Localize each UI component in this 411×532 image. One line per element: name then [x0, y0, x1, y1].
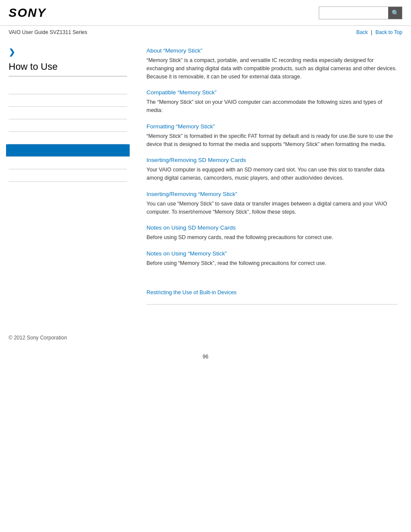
- section-title-inserting-ms[interactable]: Inserting/Removing “Memory Stick”: [146, 191, 398, 197]
- section-title-inserting-sd[interactable]: Inserting/Removing SD Memory Cards: [146, 157, 398, 163]
- section-body-notes-sd: Before using SD memory cards, read the f…: [146, 233, 398, 242]
- guide-title: VAIO User Guide SVZ1311 Series: [9, 29, 87, 35]
- section-body-formatting: “Memory Stick” is formatted in the speci…: [146, 132, 398, 149]
- section-body-notes-ms: Before using “Memory Stick”, read the fo…: [146, 259, 398, 268]
- section-title-formatting[interactable]: Formatting “Memory Stick”: [146, 123, 398, 130]
- copyright: © 2012 Sony Corporation: [9, 335, 67, 341]
- sidebar-item-3[interactable]: [9, 107, 127, 119]
- section-compatible-memory-stick: Compatible “Memory Stick” The “Memory St…: [146, 89, 398, 115]
- sidebar: ❯ How to Use: [0, 39, 134, 322]
- section-title-notes-sd[interactable]: Notes on Using SD Memory Cards: [146, 224, 398, 231]
- search-input[interactable]: [319, 7, 388, 19]
- section-formatting-memory-stick: Formatting “Memory Stick” “Memory Stick”…: [146, 123, 398, 149]
- section-about-memory-stick: About “Memory Stick” “Memory Stick” is a…: [146, 47, 398, 81]
- search-button[interactable]: 🔍: [388, 7, 402, 19]
- restricting-link[interactable]: Restricting the Use of Built-in Devices: [146, 289, 237, 296]
- section-title-notes-ms[interactable]: Notes on Using “Memory Stick”: [146, 250, 398, 257]
- sidebar-item-4[interactable]: [9, 119, 127, 132]
- nav-links: Back | Back to Top: [356, 29, 402, 35]
- main-container: ❯ How to Use About “Memory Stick” “Memor…: [0, 39, 411, 322]
- sidebar-nav: [9, 82, 127, 182]
- section-title-about[interactable]: About “Memory Stick”: [146, 47, 398, 54]
- section-body-inserting-sd: Your VAIO computer is equipped with an S…: [146, 166, 398, 182]
- sidebar-item-active[interactable]: [6, 144, 130, 157]
- section-inserting-memory-stick: Inserting/Removing “Memory Stick” You ca…: [146, 191, 398, 216]
- nav-separator: |: [371, 29, 372, 35]
- chevron-icon[interactable]: ❯: [9, 47, 127, 57]
- section-title-compatible[interactable]: Compatible “Memory Stick”: [146, 89, 398, 96]
- page-number: 96: [0, 349, 411, 364]
- sony-logo: SONY: [9, 6, 46, 20]
- sidebar-item-7[interactable]: [9, 157, 127, 169]
- section-notes-ms: Notes on Using “Memory Stick” Before usi…: [146, 250, 398, 268]
- section-body-about: “Memory Stick” is a compact, portable, a…: [146, 56, 398, 81]
- page-footer: © 2012 Sony Corporation: [0, 326, 411, 349]
- sub-header: VAIO User Guide SVZ1311 Series Back | Ba…: [0, 26, 411, 39]
- section-inserting-sd: Inserting/Removing SD Memory Cards Your …: [146, 157, 398, 182]
- sidebar-item-5[interactable]: [9, 132, 127, 144]
- sidebar-item-2[interactable]: [9, 94, 127, 107]
- section-body-compatible: The “Memory Stick” slot on your VAIO com…: [146, 98, 398, 115]
- content-divider: [146, 304, 398, 305]
- back-to-top-link[interactable]: Back to Top: [376, 29, 402, 35]
- content-area: About “Memory Stick” “Memory Stick” is a…: [134, 39, 411, 322]
- search-box: 🔍: [319, 6, 402, 19]
- sidebar-item-1[interactable]: [9, 82, 127, 94]
- section-body-inserting-ms: You can use “Memory Stick” to save data …: [146, 200, 398, 216]
- back-link[interactable]: Back: [356, 29, 368, 35]
- search-icon: 🔍: [392, 9, 399, 16]
- section-notes-sd: Notes on Using SD Memory Cards Before us…: [146, 224, 398, 242]
- sidebar-item-8[interactable]: [9, 169, 127, 182]
- section-title: How to Use: [9, 61, 127, 77]
- page-header: SONY 🔍: [0, 0, 411, 26]
- restricting-link-container: Restricting the Use of Built-in Devices: [146, 289, 398, 296]
